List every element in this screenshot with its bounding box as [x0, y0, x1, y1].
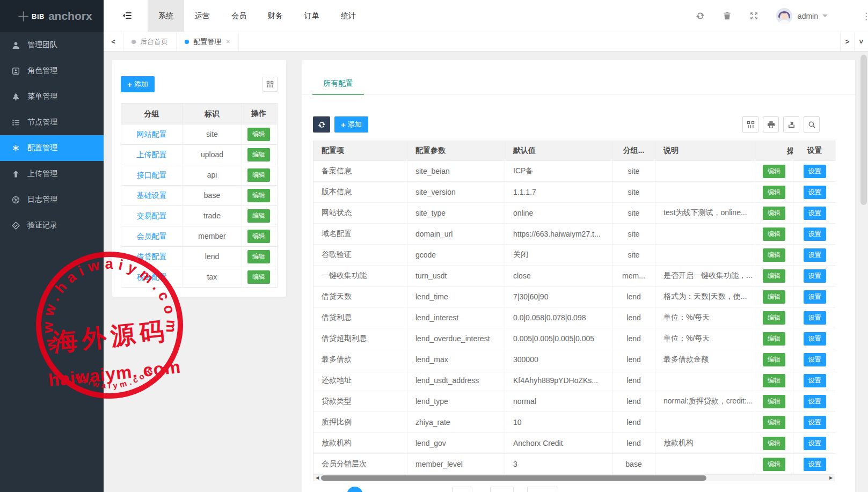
edit-group-button[interactable]: 编辑 [247, 209, 270, 223]
tabs-menu-button[interactable]: > [854, 32, 868, 51]
edit-config-button[interactable]: 编辑 [763, 395, 785, 408]
page-tab[interactable]: 后台首页 [123, 32, 177, 51]
sidebar-item[interactable]: 管理团队 [0, 32, 104, 58]
edit-group-button[interactable]: 编辑 [247, 148, 270, 161]
tabs-scroll-right-button[interactable]: > [840, 32, 854, 51]
set-config-button[interactable]: 设置 [804, 186, 826, 199]
more-vertical-icon[interactable]: ⋮ [862, 10, 868, 21]
set-config-button[interactable]: 设置 [804, 311, 826, 325]
scroll-left-arrow-icon[interactable]: ◀ [313, 475, 321, 480]
refresh-table-button[interactable] [313, 116, 330, 133]
group-link[interactable]: 网站配置 [137, 130, 167, 138]
edit-config-button[interactable]: 编辑 [763, 437, 785, 450]
export-button[interactable] [783, 116, 799, 133]
collapse-menu-icon[interactable] [122, 11, 134, 21]
set-config-button[interactable]: 设置 [804, 374, 826, 387]
nav-tab[interactable]: 财务 [257, 0, 294, 32]
set-config-button[interactable]: 设置 [804, 269, 826, 283]
chevron-down-icon: > [857, 40, 865, 44]
username[interactable]: admin [798, 12, 818, 20]
group-link[interactable]: 会员配置 [137, 232, 167, 240]
edit-group-button[interactable]: 编辑 [247, 168, 270, 182]
edit-group-button[interactable]: 编辑 [247, 189, 270, 202]
group-link[interactable]: 交易配置 [137, 211, 167, 220]
nav-tab[interactable]: 系统 [148, 0, 184, 32]
edit-group-button[interactable]: 编辑 [247, 270, 270, 284]
set-config-button[interactable]: 设置 [804, 458, 826, 471]
group-link[interactable]: 税金配置 [137, 273, 167, 281]
pagination-button[interactable] [490, 487, 514, 492]
add-group-button[interactable]: + 添加 [121, 76, 155, 92]
table-row: 网站状态 site_type online site test为线下测试，onl… [313, 202, 835, 223]
sidebar-item[interactable]: 上传管理 [0, 161, 104, 187]
columns-toggle-button[interactable] [262, 77, 278, 92]
edit-config-button[interactable]: 编辑 [763, 227, 785, 241]
page-tab[interactable]: 配置管理 × [177, 32, 239, 51]
set-config-button[interactable]: 设置 [804, 353, 826, 366]
group-link[interactable]: 上传配置 [137, 150, 167, 159]
config-name: 最多借款 [313, 349, 407, 370]
set-config-button[interactable]: 设置 [804, 165, 826, 178]
group-link[interactable]: 接口配置 [137, 171, 167, 179]
tab-all-configs[interactable]: 所有配置 [312, 73, 364, 94]
set-config-button[interactable]: 设置 [804, 207, 826, 220]
edit-group-button[interactable]: 编辑 [247, 128, 270, 141]
scrollbar-thumb[interactable] [860, 55, 867, 205]
pagination-current-page[interactable] [347, 487, 363, 492]
trash-icon[interactable] [723, 11, 732, 20]
sidebar-item[interactable]: 菜单管理 [0, 84, 104, 109]
pagination-button[interactable] [527, 487, 558, 492]
print-button[interactable] [763, 116, 779, 133]
nav-tab[interactable]: 运营 [184, 0, 221, 32]
sidebar-item[interactable]: 验证记录 [0, 212, 104, 238]
nav-tab[interactable]: 会员 [221, 0, 257, 32]
user-caret-down-icon[interactable] [822, 14, 828, 20]
sidebar-item[interactable]: 配置管理 [0, 135, 104, 161]
nav-tab[interactable]: 订单 [294, 0, 330, 32]
set-config-button[interactable]: 设置 [804, 227, 826, 241]
avatar[interactable] [776, 8, 792, 24]
edit-group-button[interactable]: 编辑 [247, 250, 270, 263]
set-config-button[interactable]: 设置 [804, 437, 826, 450]
sidebar-item[interactable]: 角色管理 [0, 58, 104, 84]
config-name: 借贷天数 [313, 287, 407, 307]
app-logo[interactable]: BiB anchorx [0, 0, 104, 32]
edit-config-button[interactable]: 编辑 [763, 290, 785, 304]
group-link[interactable]: 借贷配置 [137, 252, 167, 261]
columns-toggle-button[interactable] [742, 116, 758, 133]
edit-group-button[interactable]: 编辑 [247, 230, 270, 243]
fullscreen-icon[interactable] [749, 11, 758, 20]
pagination-button[interactable] [452, 487, 472, 492]
group-link[interactable]: 基础设置 [137, 191, 167, 200]
refresh-icon[interactable] [696, 11, 705, 20]
edit-config-button[interactable]: 编辑 [763, 207, 785, 220]
add-config-button[interactable]: + 添加 [334, 116, 368, 133]
set-config-button[interactable]: 设置 [804, 290, 826, 304]
edit-config-button[interactable]: 编辑 [763, 374, 785, 387]
set-config-button[interactable]: 设置 [804, 248, 826, 262]
sidebar-item[interactable]: 日志管理 [0, 187, 104, 212]
tabs-scroll-left-button[interactable]: < [104, 32, 123, 51]
set-config-button[interactable]: 设置 [804, 332, 826, 346]
edit-config-button[interactable]: 编辑 [763, 186, 785, 199]
edit-config-button[interactable]: 编辑 [763, 416, 785, 429]
edit-config-button[interactable]: 编辑 [763, 332, 785, 346]
table-row: 贷款类型 lend_type normal lend normal:质押贷款，c… [313, 391, 835, 412]
sidebar-item[interactable]: 节点管理 [0, 109, 104, 135]
edit-config-button[interactable]: 编辑 [763, 353, 785, 366]
nav-tab[interactable]: 统计 [330, 0, 367, 32]
edit-config-button[interactable]: 编辑 [763, 248, 785, 262]
horizontal-scrollbar[interactable]: ◀ ▶ [313, 474, 835, 481]
edit-config-button[interactable]: 编辑 [763, 269, 785, 283]
search-button[interactable] [804, 116, 820, 133]
page-scrollbar[interactable] [859, 52, 868, 492]
close-tab-icon[interactable]: × [226, 38, 230, 46]
edit-config-button[interactable]: 编辑 [763, 311, 785, 325]
scrollbar-thumb[interactable] [321, 475, 706, 481]
edit-config-button[interactable]: 编辑 [763, 458, 785, 471]
set-config-button[interactable]: 设置 [804, 395, 826, 408]
edit-config-button[interactable]: 编辑 [763, 165, 785, 178]
scroll-right-arrow-icon[interactable]: ▶ [827, 475, 835, 480]
logo-gem-icon [18, 11, 29, 22]
set-config-button[interactable]: 设置 [804, 416, 826, 429]
